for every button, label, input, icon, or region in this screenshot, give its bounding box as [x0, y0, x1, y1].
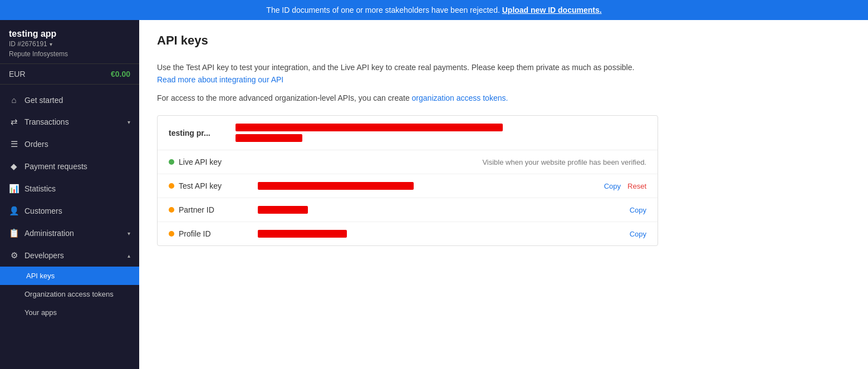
live-api-key-text: Live API key	[179, 158, 222, 166]
copy-partner-id-button[interactable]: Copy	[630, 206, 646, 214]
org-tokens-link[interactable]: organization access tokens.	[412, 94, 508, 102]
profile-id-label: Profile ID	[169, 229, 258, 238]
banner-text: The ID documents of one or more stakehol…	[266, 6, 499, 14]
banner-link[interactable]: Upload new ID documents.	[502, 6, 602, 14]
sidebar-subitem-api-keys[interactable]: API keys	[0, 267, 139, 285]
redacted-profile-id	[258, 230, 347, 238]
partner-id-row: Partner ID Copy	[158, 198, 658, 222]
org-name: Repute Infosystems	[9, 50, 130, 58]
green-dot-icon	[169, 159, 174, 165]
reset-test-key-button[interactable]: Reset	[627, 182, 646, 190]
redacted-value-long	[236, 124, 503, 131]
orange-dot-icon	[169, 207, 174, 213]
redacted-value-short	[236, 134, 302, 142]
top-banner: The ID documents of one or more stakehol…	[0, 0, 868, 20]
copy-profile-id-button[interactable]: Copy	[630, 230, 646, 238]
sidebar: testing app ID #2676191 ▾ Repute Infosys…	[0, 20, 139, 369]
sidebar-subitem-label: Your apps	[24, 308, 57, 317]
transactions-icon: ⇄	[9, 117, 19, 127]
partner-id-label: Partner ID	[169, 205, 258, 214]
page-title: API keys	[157, 33, 850, 48]
description-1: Use the Test API key to test your integr…	[157, 61, 636, 86]
sidebar-header: testing app ID #2676191 ▾ Repute Infosys…	[0, 20, 139, 64]
description-1-text: Use the Test API key to test your integr…	[157, 63, 634, 72]
redacted-test-key	[258, 182, 414, 190]
profile-id-text: Profile ID	[179, 229, 211, 238]
customers-icon: 👤	[9, 206, 19, 216]
sidebar-subitem-label: API keys	[26, 272, 55, 280]
chevron-down-icon: ▾	[127, 230, 130, 237]
sidebar-item-administration[interactable]: 📋 Administration ▾	[0, 222, 139, 244]
app-id-text: ID #2676191	[9, 40, 47, 48]
sidebar-item-label: Get started	[24, 96, 130, 105]
test-api-key-text: Test API key	[179, 181, 222, 190]
profile-name: testing pr...	[169, 129, 236, 137]
test-api-key-actions: Copy Reset	[604, 182, 646, 190]
sidebar-subitem-org-tokens[interactable]: Organization access tokens	[0, 285, 139, 303]
developers-icon: ⚙	[9, 250, 19, 260]
api-keys-card: testing pr... Live API key Visible when …	[157, 115, 658, 246]
test-api-key-label: Test API key	[169, 181, 258, 190]
test-api-key-value	[258, 182, 604, 190]
sidebar-item-label: Developers	[24, 251, 122, 260]
sidebar-item-label: Orders	[24, 140, 130, 149]
copy-test-key-button[interactable]: Copy	[604, 182, 621, 190]
sidebar-item-get-started[interactable]: ⌂ Get started	[0, 89, 139, 111]
currency-label: EUR	[9, 70, 26, 78]
description-2: For access to the more advanced organiza…	[157, 92, 636, 104]
app-id-chevron-icon[interactable]: ▾	[50, 41, 52, 47]
partner-id-text: Partner ID	[179, 205, 214, 214]
app-name: testing app	[9, 29, 130, 39]
statistics-icon: 📊	[9, 184, 19, 194]
main-content: API keys Use the Test API key to test yo…	[139, 20, 868, 369]
card-header-row: testing pr...	[158, 116, 658, 150]
orders-icon: ☰	[9, 139, 19, 149]
sidebar-item-label: Transactions	[24, 117, 122, 126]
app-id-row: ID #2676191 ▾	[9, 40, 130, 48]
test-api-key-row: Test API key Copy Reset	[158, 174, 658, 198]
sidebar-item-customers[interactable]: 👤 Customers	[0, 200, 139, 222]
orange-dot-icon	[169, 183, 174, 189]
partner-id-actions: Copy	[630, 206, 646, 214]
payment-requests-icon: ◆	[9, 161, 19, 171]
sidebar-item-label: Administration	[24, 229, 122, 238]
sidebar-balance: EUR €0.00	[0, 64, 139, 85]
api-docs-link[interactable]: Read more about integrating our API	[157, 75, 283, 84]
sidebar-item-statistics[interactable]: 📊 Statistics	[0, 178, 139, 200]
balance-amount: €0.00	[111, 70, 130, 78]
profile-id-actions: Copy	[630, 230, 646, 238]
partner-id-value	[258, 206, 630, 214]
sidebar-subitem-your-apps[interactable]: Your apps	[0, 303, 139, 322]
orange-dot-icon	[169, 231, 174, 237]
sidebar-nav: ⌂ Get started ⇄ Transactions ▾ ☰ Orders …	[0, 85, 139, 369]
chevron-down-icon: ▾	[127, 119, 130, 125]
chevron-up-icon: ▴	[127, 253, 130, 259]
sidebar-item-developers[interactable]: ⚙ Developers ▴	[0, 244, 139, 267]
description-2-text: For access to the more advanced organiza…	[157, 94, 410, 102]
redacted-partner-id	[258, 206, 308, 214]
sidebar-item-label: Customers	[24, 206, 130, 215]
sidebar-item-payment-requests[interactable]: ◆ Payment requests	[0, 155, 139, 178]
administration-icon: 📋	[9, 228, 19, 238]
sidebar-subitem-label: Organization access tokens	[24, 290, 114, 298]
sidebar-item-label: Payment requests	[24, 162, 130, 171]
profile-id-value	[258, 230, 630, 238]
sidebar-item-transactions[interactable]: ⇄ Transactions ▾	[0, 111, 139, 133]
sidebar-item-label: Statistics	[24, 184, 130, 193]
home-icon: ⌂	[9, 95, 19, 105]
live-api-key-row: Live API key Visible when your website p…	[158, 150, 658, 174]
live-api-key-note: Visible when your website profile has be…	[482, 158, 646, 166]
profile-id-row: Profile ID Copy	[158, 222, 658, 245]
sidebar-item-orders[interactable]: ☰ Orders	[0, 133, 139, 155]
live-api-key-label: Live API key	[169, 158, 258, 166]
